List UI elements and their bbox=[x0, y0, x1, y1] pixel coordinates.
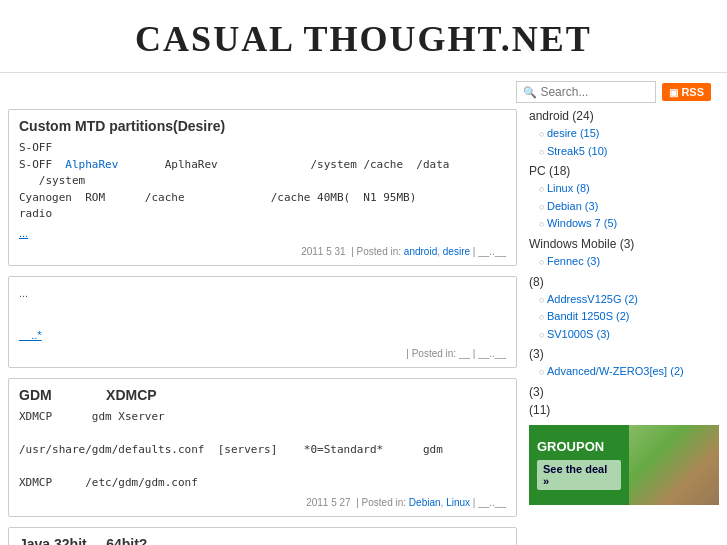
sidebar-category-winmobile: Windows Mobile (3) Fennec (3) bbox=[529, 237, 719, 271]
post-title-4: Java 32bit 64bit? bbox=[19, 536, 506, 545]
list-item: desire (15) bbox=[539, 125, 719, 143]
tag-android[interactable]: android bbox=[404, 246, 437, 257]
rss-label: RSS bbox=[681, 86, 704, 98]
search-bar: 🔍 ▣ RSS bbox=[0, 73, 727, 109]
sidebar-section-title-winmobile: Windows Mobile (3) bbox=[529, 237, 719, 251]
sidebar-category-8: (8) AddressV125G (2) Bandit 1250S (2) SV… bbox=[529, 275, 719, 344]
alpharev-link[interactable]: AlphaRev bbox=[65, 158, 118, 171]
sidebar-category-3a: (3) Advanced/W-ZERO3[es] (2) bbox=[529, 347, 719, 381]
sidebar-category-pc: PC (18) Linux (8) Debian (3) Windows 7 (… bbox=[529, 164, 719, 233]
list-item: Linux (8) bbox=[539, 180, 719, 198]
post-read-more-2[interactable]: __..* bbox=[19, 329, 42, 341]
rss-button[interactable]: ▣ RSS bbox=[662, 83, 711, 101]
sidebar-list-8: AddressV125G (2) Bandit 1250S (2) SV1000… bbox=[529, 291, 719, 344]
post-box-2: ... __..* | Posted in: __ | __..__ bbox=[8, 276, 517, 368]
search-icon: 🔍 bbox=[523, 86, 537, 99]
tag-desire[interactable]: desire bbox=[443, 246, 470, 257]
rss-icon: ▣ bbox=[669, 87, 678, 98]
post-body-1: S-OFF S-OFF AlphaRev AplhaRev /system /c… bbox=[19, 140, 506, 223]
groupon-ad[interactable]: GROUPON See the deal » bbox=[529, 425, 719, 505]
sidebar-category-3b: (3) bbox=[529, 385, 719, 399]
sidebar: android (24) desire (15) Streak5 (10) PC… bbox=[529, 109, 719, 545]
post-box-1: Custom MTD partitions(Desire) S-OFF S-OF… bbox=[8, 109, 517, 266]
search-input-wrap: 🔍 bbox=[516, 81, 656, 103]
post-meta-1: 2011 5 31 | Posted in: android, desire |… bbox=[19, 246, 506, 257]
post-body-2: ... bbox=[19, 285, 506, 325]
groupon-cta[interactable]: See the deal » bbox=[537, 460, 621, 490]
tag-linux[interactable]: Linux bbox=[446, 497, 470, 508]
post-box-3: GDM XDMCP XDMCP gdm Xserver /usr/share/g… bbox=[8, 378, 517, 518]
list-item: Bandit 1250S (2) bbox=[539, 308, 719, 326]
sidebar-category-android: android (24) desire (15) Streak5 (10) bbox=[529, 109, 719, 160]
site-title: CASUAL THOUGHT.NET bbox=[0, 18, 727, 60]
content-area: Custom MTD partitions(Desire) S-OFF S-OF… bbox=[8, 109, 517, 545]
sidebar-list-android: desire (15) Streak5 (10) bbox=[529, 125, 719, 160]
sidebar-section-title-pc: PC (18) bbox=[529, 164, 719, 178]
post-body-3: XDMCP gdm Xserver /usr/share/gdm/default… bbox=[19, 409, 506, 492]
sidebar-section-title-3a: (3) bbox=[529, 347, 719, 361]
sidebar-category-11: (11) bbox=[529, 403, 719, 417]
list-item: Windows 7 (5) bbox=[539, 215, 719, 233]
list-item: AddressV125G (2) bbox=[539, 291, 719, 309]
main-layout: Custom MTD partitions(Desire) S-OFF S-OF… bbox=[0, 109, 727, 545]
list-item: Advanced/W-ZERO3[es] (2) bbox=[539, 363, 719, 381]
sidebar-section-title-8: (8) bbox=[529, 275, 719, 289]
sidebar-list-winmobile: Fennec (3) bbox=[529, 253, 719, 271]
post-title-1: Custom MTD partitions(Desire) bbox=[19, 118, 506, 134]
groupon-image bbox=[629, 425, 719, 505]
post-read-more-1[interactable]: ... bbox=[19, 227, 28, 239]
list-item: Fennec (3) bbox=[539, 253, 719, 271]
sidebar-list-3a: Advanced/W-ZERO3[es] (2) bbox=[529, 363, 719, 381]
post-title-3: GDM XDMCP bbox=[19, 387, 506, 403]
search-input[interactable] bbox=[540, 85, 655, 99]
post-meta-3: 2011 5 27 | Posted in: Debian, Linux | _… bbox=[19, 497, 506, 508]
list-item: Debian (3) bbox=[539, 198, 719, 216]
post-box-4: Java 32bit 64bit? __..* bbox=[8, 527, 517, 545]
post-meta-2: | Posted in: __ | __..__ bbox=[19, 348, 506, 359]
list-item: Streak5 (10) bbox=[539, 143, 719, 161]
sidebar-section-title-3b: (3) bbox=[529, 385, 719, 399]
site-header: CASUAL THOUGHT.NET bbox=[0, 0, 727, 73]
sidebar-section-title-android: android (24) bbox=[529, 109, 719, 123]
sidebar-list-pc: Linux (8) Debian (3) Windows 7 (5) bbox=[529, 180, 719, 233]
list-item: SV1000S (3) bbox=[539, 326, 719, 344]
groupon-brand: GROUPON bbox=[537, 439, 604, 454]
sidebar-section-title-11: (11) bbox=[529, 403, 719, 417]
tag-debian[interactable]: Debian bbox=[409, 497, 441, 508]
